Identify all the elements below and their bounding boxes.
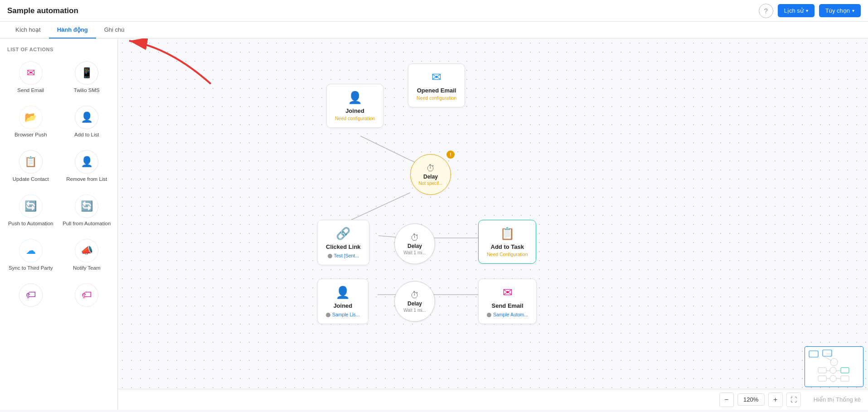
- help-button[interactable]: ?: [759, 4, 773, 18]
- action-tag-1[interactable]: 🏷: [4, 278, 58, 315]
- action-pull-from-automation[interactable]: 🔄 Pull from Automation: [60, 189, 114, 232]
- send-email-label: Send Email: [17, 87, 44, 93]
- minimap: [805, 346, 863, 387]
- sidebar: LIST OF ACTIONS ✉ Send Email 📱 Twilio SM…: [0, 39, 118, 410]
- svg-rect-15: [841, 376, 849, 381]
- twilio-sms-icon: 📱: [81, 67, 93, 79]
- history-button[interactable]: Lịch sử ▾: [778, 4, 815, 17]
- node-delay-3[interactable]: ⏱ Delay Wait 1 mi...: [394, 281, 435, 322]
- send-email-canvas-icon: ✉: [503, 286, 513, 300]
- tag2-icon: 🏷: [82, 289, 92, 301]
- tab-hanhdong[interactable]: Hành động: [49, 22, 96, 39]
- zoom-plus-button[interactable]: +: [768, 393, 783, 407]
- action-send-email[interactable]: ✉ Send Email: [4, 56, 58, 98]
- joined-2-sub: Sample Lis...: [332, 312, 360, 317]
- opened-email-sub: Need configuration: [417, 95, 456, 101]
- opened-email-icon: ✉: [432, 70, 441, 84]
- remove-from-list-label: Remove from List: [66, 176, 107, 182]
- opened-email-title: Opened Email: [417, 87, 456, 94]
- clicked-link-title: Clicked Link: [326, 243, 361, 250]
- node-delay-1[interactable]: ⏱ Delay Not specif... !: [410, 154, 451, 195]
- node-add-task[interactable]: 📋 Add to Task Need Configuration: [478, 220, 536, 264]
- action-sync-third-party[interactable]: ☁ Sync to Third Party: [4, 233, 58, 276]
- node-joined-1[interactable]: 👤 Joined Need configuration: [326, 84, 383, 128]
- history-label: Lịch sử: [784, 7, 804, 14]
- twilio-sms-icon-container: 📱: [75, 61, 98, 85]
- node-box-send-email[interactable]: ✉ Send Email Sample Autom...: [478, 279, 537, 324]
- action-notify-team[interactable]: 📣 Notify Team: [60, 233, 114, 276]
- action-update-contact[interactable]: 📋 Update Contact: [4, 145, 58, 187]
- delay-3-title: Delay: [407, 301, 422, 307]
- notify-team-icon: 📣: [81, 245, 93, 257]
- sync-third-party-label: Sync to Third Party: [9, 265, 53, 271]
- minus-icon: −: [724, 396, 728, 404]
- node-joined-2[interactable]: 👤 Joined Sample Lis...: [317, 279, 369, 324]
- pull-from-automation-label: Pull from Automation: [63, 221, 111, 226]
- action-browser-push[interactable]: 📂 Browser Push: [4, 100, 58, 143]
- browser-push-label: Browser Push: [15, 132, 47, 137]
- tab-ghichu[interactable]: Ghi chú: [96, 22, 133, 39]
- chevron-down-icon: ▾: [852, 8, 854, 13]
- fullscreen-button[interactable]: ⛶: [786, 393, 801, 407]
- main-layout: LIST OF ACTIONS ✉ Send Email 📱 Twilio SM…: [0, 39, 868, 410]
- tag1-icon-container: 🏷: [19, 283, 43, 307]
- twilio-sms-label: Twilio SMS: [74, 87, 100, 93]
- clicked-link-dot: [328, 254, 332, 258]
- svg-rect-12: [841, 368, 849, 373]
- remove-from-list-icon-container: 👤: [75, 150, 98, 174]
- node-clicked-link[interactable]: 🔗 Clicked Link Test [Sent...: [317, 220, 369, 265]
- help-icon: ?: [764, 7, 768, 15]
- send-email-canvas-title: Send Email: [491, 302, 523, 309]
- topbar-actions: ? Lịch sử ▾ Tùy chọn ▾: [759, 4, 861, 18]
- options-button[interactable]: Tùy chọn ▾: [819, 4, 861, 17]
- joined-1-icon: 👤: [348, 91, 362, 105]
- notify-team-label: Notify Team: [73, 265, 101, 271]
- svg-rect-7: [809, 351, 818, 357]
- action-add-to-list[interactable]: 👤 Add to List: [60, 100, 114, 143]
- joined-2-title: Joined: [333, 302, 352, 309]
- send-email-icon: ✉: [27, 67, 35, 79]
- node-box-opened-email[interactable]: ✉ Opened Email Need configuration: [408, 63, 465, 107]
- send-email-icon-container: ✉: [19, 61, 43, 85]
- clicked-link-sub: Test [Sent...: [334, 253, 359, 258]
- delay-2-sub: Wait 1 mi...: [403, 250, 426, 255]
- add-task-icon: 📋: [500, 227, 514, 241]
- svg-rect-8: [823, 350, 832, 356]
- delay-3-sub: Wait 1 mi...: [403, 308, 426, 313]
- action-grid: ✉ Send Email 📱 Twilio SMS 📂 Browser Push: [0, 54, 117, 317]
- action-twilio-sms[interactable]: 📱 Twilio SMS: [60, 56, 114, 98]
- node-box-add-task[interactable]: 📋 Add to Task Need Configuration: [478, 220, 536, 264]
- plus-icon: +: [773, 396, 777, 404]
- notify-team-icon-container: 📣: [75, 239, 98, 262]
- bottom-toolbar: − 120% + ⛶ Hiển thị Thống kê: [118, 389, 868, 410]
- add-to-list-icon-container: 👤: [75, 106, 98, 129]
- node-box-joined-1[interactable]: 👤 Joined Need configuration: [326, 84, 383, 128]
- sync-third-party-icon: ☁: [26, 245, 36, 257]
- zoom-minus-button[interactable]: −: [719, 393, 734, 407]
- options-label: Tùy chọn: [825, 7, 850, 14]
- node-send-email[interactable]: ✉ Send Email Sample Autom...: [478, 279, 537, 324]
- tag1-icon: 🏷: [26, 289, 36, 301]
- tab-kichhoat[interactable]: Kích hoạt: [7, 22, 49, 39]
- push-to-automation-icon-container: 🔄: [19, 194, 43, 218]
- clicked-link-icon: 🔗: [336, 227, 350, 241]
- action-push-to-automation[interactable]: 🔄 Push to Automation: [4, 189, 58, 232]
- joined-1-title: Joined: [345, 107, 364, 114]
- node-delay-2[interactable]: ⏱ Delay Wait 1 mi...: [394, 223, 435, 264]
- page-title: Sample automation: [7, 6, 78, 15]
- minimap-svg: [807, 349, 861, 385]
- node-circle-delay-1[interactable]: ⏱ Delay Not specif...: [410, 154, 451, 195]
- node-circle-delay-3[interactable]: ⏱ Delay Wait 1 mi...: [394, 281, 435, 322]
- stats-button[interactable]: Hiển thị Thống kê: [814, 396, 861, 403]
- canvas[interactable]: 👤 Joined Need configuration ✉ Opened Ema…: [118, 39, 868, 410]
- svg-line-2: [351, 193, 410, 220]
- delay-1-warning: !: [446, 150, 455, 159]
- action-tag-2[interactable]: 🏷: [60, 278, 114, 315]
- node-opened-email[interactable]: ✉ Opened Email Need configuration: [408, 63, 465, 107]
- node-circle-delay-2[interactable]: ⏱ Delay Wait 1 mi...: [394, 223, 435, 264]
- node-box-joined-2[interactable]: 👤 Joined Sample Lis...: [317, 279, 369, 324]
- svg-line-17: [824, 356, 832, 361]
- remove-from-list-icon: 👤: [81, 156, 93, 168]
- action-remove-from-list[interactable]: 👤 Remove from List: [60, 145, 114, 187]
- node-box-clicked-link[interactable]: 🔗 Clicked Link Test [Sent...: [317, 220, 369, 265]
